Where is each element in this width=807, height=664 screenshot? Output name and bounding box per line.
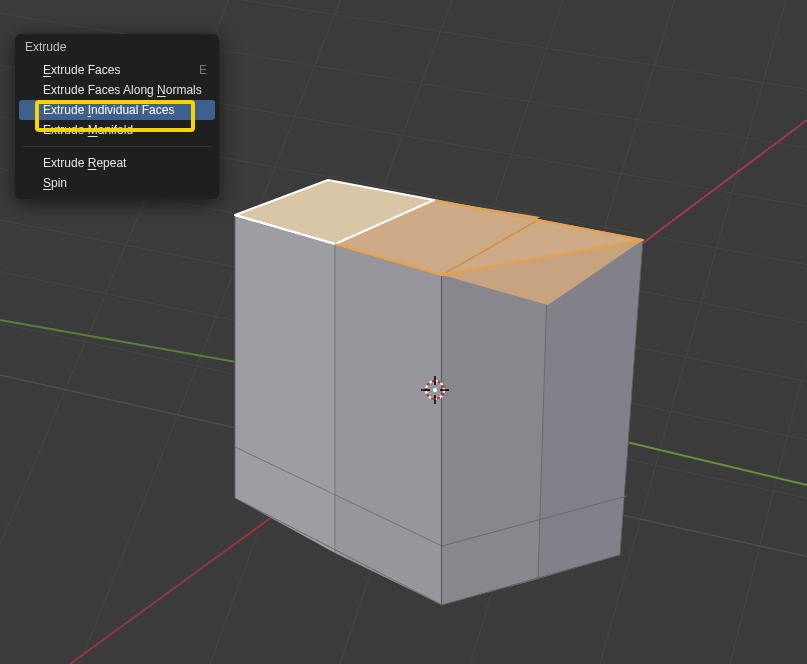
menu-item-label: Extrude Manifold: [43, 123, 133, 137]
svg-marker-22: [235, 215, 335, 553]
menu-item-shortcut: E: [199, 60, 207, 80]
menu-item-extrude-repeat[interactable]: Extrude Repeat: [19, 153, 215, 173]
svg-marker-23: [335, 244, 442, 605]
menu-item-label: Extrude Individual Faces: [43, 103, 174, 117]
extrude-menu: Extrude Extrude FacesEExtrude Faces Alon…: [15, 34, 219, 199]
svg-marker-30: [442, 257, 548, 605]
menu-item-label: Extrude Faces: [43, 63, 120, 77]
menu-separator: [23, 146, 211, 147]
menu-item-extrude-faces-along-normals[interactable]: Extrude Faces Along Normals: [19, 80, 215, 100]
menu-item-label: Extrude Faces Along Normals: [43, 83, 202, 97]
menu-item-extrude-manifold[interactable]: Extrude Manifold: [19, 120, 215, 140]
menu-title: Extrude: [15, 34, 219, 60]
menu-item-label: Extrude Repeat: [43, 156, 126, 170]
menu-item-spin[interactable]: Spin: [19, 173, 215, 193]
menu-item-extrude-individual-faces[interactable]: Extrude Individual Faces: [19, 100, 215, 120]
menu-item-label: Spin: [43, 176, 67, 190]
menu-item-extrude-faces[interactable]: Extrude FacesE: [19, 60, 215, 80]
svg-point-59: [433, 388, 437, 392]
